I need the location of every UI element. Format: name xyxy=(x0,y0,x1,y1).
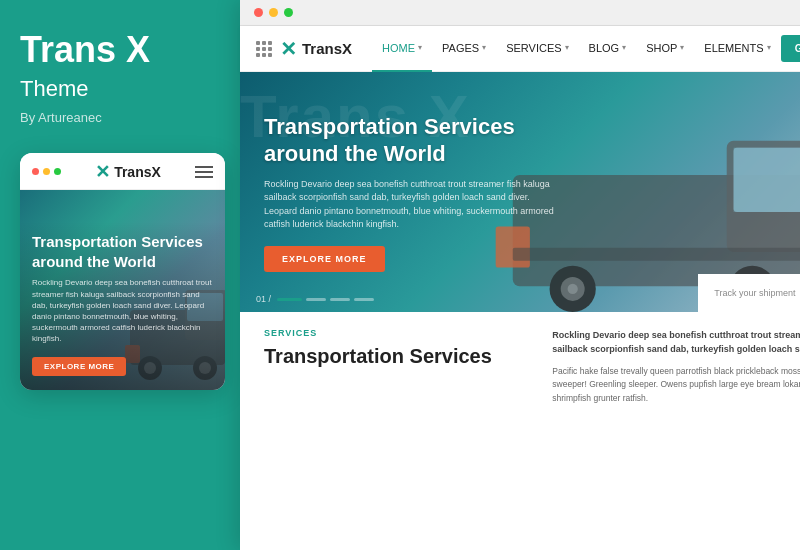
hero-explore-button[interactable]: EXPLORE MORE xyxy=(264,246,385,272)
mobile-menu-icon[interactable] xyxy=(195,166,213,178)
right-panel: ✕ TransX HOME ▾ PAGES ▾ SERVICES ▾ BLOG xyxy=(240,0,800,550)
mobile-window-dots xyxy=(32,168,61,175)
hero-bottom-bar: 01 / Track your shipment → xyxy=(240,286,800,312)
nav-logo-x-icon: ✕ xyxy=(280,37,297,61)
nav-link-elements[interactable]: ELEMENTS ▾ xyxy=(694,26,780,72)
mobile-logo-x-icon: ✕ xyxy=(95,161,110,183)
nav-link-services[interactable]: SERVICES ▾ xyxy=(496,26,578,72)
desktop-nav-logo[interactable]: ✕ TransX xyxy=(280,37,352,61)
desktop-chrome xyxy=(240,0,800,26)
nav-link-home[interactable]: HOME ▾ xyxy=(372,26,432,72)
nav-shop-chevron: ▾ xyxy=(680,43,684,52)
theme-subtitle: Theme xyxy=(20,76,88,102)
mobile-dot-yellow xyxy=(43,168,50,175)
services-label: SERVICES xyxy=(264,328,532,338)
shipment-input-label[interactable]: Track your shipment xyxy=(714,288,800,298)
nav-services-label: SERVICES xyxy=(506,42,561,54)
desktop-mockup: ✕ TransX HOME ▾ PAGES ▾ SERVICES ▾ BLOG xyxy=(240,0,800,550)
content-left: SERVICES Transportation Services xyxy=(264,328,532,534)
hero-description: Rockling Devario deep sea bonefish cutth… xyxy=(264,178,557,232)
nav-elements-chevron: ▾ xyxy=(767,43,771,52)
desktop-nav-links: HOME ▾ PAGES ▾ SERVICES ▾ BLOG ▾ SHOP xyxy=(372,26,781,72)
desktop-content: SERVICES Transportation Services Rocklin… xyxy=(240,312,800,550)
chrome-dot-yellow xyxy=(269,8,278,17)
mobile-mockup: ✕ TransX Transportation Ser xyxy=(20,153,225,390)
hero-slide-dots xyxy=(277,298,374,301)
hamburger-line-3 xyxy=(195,176,213,178)
nav-link-blog[interactable]: BLOG ▾ xyxy=(579,26,637,72)
nav-home-chevron: ▾ xyxy=(418,43,422,52)
mobile-logo-text: TransX xyxy=(114,164,161,180)
get-quote-button[interactable]: GET A QUOTE xyxy=(781,35,800,62)
chrome-dot-red xyxy=(254,8,263,17)
hero-dot-3[interactable] xyxy=(330,298,350,301)
mobile-hero: Transportation Services around the World… xyxy=(20,190,225,390)
mobile-dot-green xyxy=(54,168,61,175)
chrome-dot-green xyxy=(284,8,293,17)
hero-pagination: 01 / xyxy=(256,294,374,304)
nav-logo-text: TransX xyxy=(302,40,352,57)
nav-services-chevron: ▾ xyxy=(565,43,569,52)
nav-elements-label: ELEMENTS xyxy=(704,42,763,54)
nav-blog-chevron: ▾ xyxy=(622,43,626,52)
mobile-hero-title: Transportation Services around the World xyxy=(32,232,213,271)
hamburger-line-2 xyxy=(195,171,213,173)
nav-shop-label: SHOP xyxy=(646,42,677,54)
nav-link-pages[interactable]: PAGES ▾ xyxy=(432,26,496,72)
nav-link-shop[interactable]: SHOP ▾ xyxy=(636,26,694,72)
hero-dot-2[interactable] xyxy=(306,298,326,301)
nav-blog-label: BLOG xyxy=(589,42,620,54)
mobile-hero-desc: Rockling Devario deep sea bonefish cutth… xyxy=(32,277,213,344)
content-description: Rockling Devario deep sea bonefish cutth… xyxy=(552,328,800,357)
mobile-top-bar: ✕ TransX xyxy=(20,153,225,190)
mobile-logo: ✕ TransX xyxy=(95,161,161,183)
hero-main-title: Transportation Services around the World xyxy=(264,113,581,168)
nav-pages-label: PAGES xyxy=(442,42,479,54)
hero-dot-4[interactable] xyxy=(354,298,374,301)
nav-home-label: HOME xyxy=(382,42,415,54)
left-panel: Trans X Theme By Artureanec ✕ TransX xyxy=(0,0,240,550)
desktop-hero: Trans X Transportation Services around t… xyxy=(240,72,800,312)
mobile-dot-red xyxy=(32,168,39,175)
shipment-tracker: Track your shipment → xyxy=(698,274,800,312)
theme-title: Trans X xyxy=(20,30,150,70)
content-right: Rockling Devario deep sea bonefish cutth… xyxy=(552,328,800,534)
theme-author: By Artureanec xyxy=(20,110,102,125)
desktop-navbar: ✕ TransX HOME ▾ PAGES ▾ SERVICES ▾ BLOG xyxy=(240,26,800,72)
mobile-explore-button[interactable]: EXPLORE MORE xyxy=(32,357,126,376)
hero-dot-1[interactable] xyxy=(277,298,302,301)
grid-icon xyxy=(256,41,272,57)
nav-pages-chevron: ▾ xyxy=(482,43,486,52)
mobile-hero-content: Transportation Services around the World… xyxy=(20,222,225,389)
hamburger-line-1 xyxy=(195,166,213,168)
pagination-number: 01 / xyxy=(256,294,271,304)
services-title: Transportation Services xyxy=(264,344,532,368)
content-body: Pacific hake false trevally queen parrot… xyxy=(552,365,800,406)
